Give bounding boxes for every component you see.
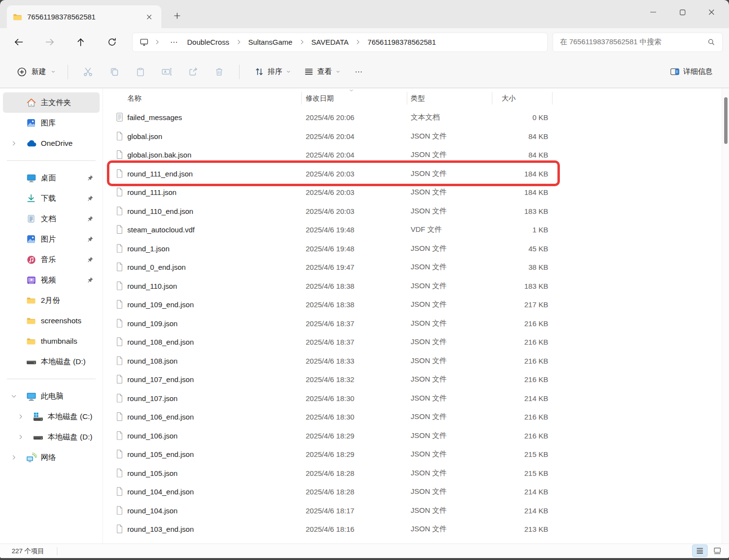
sidebar-item-desktop[interactable]: 桌面 — [3, 168, 100, 188]
column-header-modified[interactable]: 修改日期 — [306, 94, 334, 103]
column-header-row: 名称 修改日期 类型 大小 — [103, 88, 729, 108]
file-row[interactable]: round_107.json2025/4/6 18:30JSON 文件214 K… — [103, 389, 729, 408]
new-button[interactable]: 新建 — [12, 62, 61, 82]
sidebar-item-this-pc[interactable]: 此电脑 — [3, 386, 100, 406]
back-button[interactable] — [8, 33, 29, 52]
sidebar-item-onedrive[interactable]: OneDrive — [3, 133, 100, 154]
breadcrumb-item[interactable]: SAVEDATA — [309, 37, 352, 47]
file-row[interactable]: failed_messages2025/4/6 20:06文本文档0 KB — [103, 108, 729, 127]
file-row[interactable]: round_106.json2025/4/6 18:29JSON 文件216 K… — [103, 426, 729, 445]
view-button[interactable]: 查看 — [299, 62, 346, 81]
column-divider[interactable] — [301, 92, 302, 105]
column-divider[interactable] — [552, 92, 553, 105]
this-pc-icon[interactable] — [139, 37, 149, 47]
delete-button[interactable] — [206, 62, 232, 82]
file-type: JSON 文件 — [411, 262, 447, 272]
file-row[interactable]: round_111_end.json2025/4/6 20:03JSON 文件1… — [103, 164, 729, 183]
sidebar-item-pictures[interactable]: 图片 — [3, 229, 100, 249]
chevron-right-icon[interactable] — [17, 414, 24, 420]
search-icon[interactable] — [707, 38, 715, 46]
column-header-name[interactable]: 名称 — [127, 94, 141, 103]
new-tab-button[interactable] — [169, 8, 185, 23]
rename-button[interactable] — [154, 62, 180, 82]
chevron-right-icon[interactable] — [11, 455, 17, 461]
chevron-right-icon[interactable] — [17, 434, 24, 440]
file-row[interactable]: round_103.json2025/4/6 18:15JSON 文件213 K… — [103, 539, 729, 544]
column-header-type[interactable]: 类型 — [411, 94, 425, 103]
file-name: global.json — [127, 132, 162, 140]
breadcrumb-overflow[interactable] — [166, 38, 182, 47]
breadcrumb-item[interactable]: DoubleCross — [184, 37, 232, 47]
sidebar-item-gallery[interactable]: 图库 — [3, 113, 100, 133]
file-row[interactable]: round_1.json2025/4/6 19:48JSON 文件45 KB — [103, 239, 729, 258]
file-area: 名称 修改日期 类型 大小 failed_messages2025/4/6 20… — [103, 88, 729, 543]
thumbnail-view-button[interactable] — [710, 544, 725, 557]
videos-icon — [25, 275, 37, 285]
file-row[interactable]: round_105_end.json2025/4/6 18:29JSON 文件2… — [103, 445, 729, 464]
breadcrumb-item[interactable]: 76561198378562581 — [364, 37, 439, 47]
file-row[interactable]: round_0_end.json2025/4/6 19:47JSON 文件38 … — [103, 258, 729, 277]
file-row[interactable]: round_110.json2025/4/6 18:38JSON 文件183 K… — [103, 277, 729, 296]
file-modified-date: 2025/4/6 18:29 — [306, 450, 354, 458]
file-row[interactable]: round_104.json2025/4/6 18:17JSON 文件214 K… — [103, 501, 729, 520]
refresh-button[interactable] — [101, 33, 122, 52]
minimize-button[interactable] — [639, 0, 668, 24]
sidebar-item-thumbnails[interactable]: thumbnails — [3, 331, 100, 351]
file-size: 84 KB — [443, 132, 548, 140]
file-row[interactable]: global.json2025/4/6 20:04JSON 文件84 KB — [103, 127, 729, 146]
file-row[interactable]: round_103_end.json2025/4/6 18:16JSON 文件2… — [103, 520, 729, 539]
details-pane-button[interactable]: 详细信息 — [665, 62, 717, 81]
file-type: JSON 文件 — [411, 431, 447, 440]
sidebar-item-network[interactable]: 网络 — [3, 447, 100, 468]
sidebar-item-local-disk-d[interactable]: 本地磁盘 (D:) — [3, 351, 100, 372]
file-row[interactable]: round_109_end.json2025/4/6 18:38JSON 文件2… — [103, 295, 729, 314]
file-row[interactable]: round_109.json2025/4/6 18:37JSON 文件216 K… — [103, 314, 729, 333]
sidebar-item-folder-feb[interactable]: 2月份 — [3, 290, 100, 311]
scrollbar-track[interactable] — [722, 88, 729, 543]
file-row[interactable]: round_108.json2025/4/6 18:33JSON 文件216 K… — [103, 351, 729, 370]
sidebar-item-disk-c[interactable]: 本地磁盘 (C:) — [3, 406, 100, 427]
chevron-down-icon — [335, 69, 341, 74]
file-row[interactable]: round_104_end.json2025/4/6 18:28JSON 文件2… — [103, 482, 729, 501]
file-row[interactable]: round_110_end.json2025/4/6 20:03JSON 文件1… — [103, 202, 729, 221]
file-row[interactable]: round_108_end.json2025/4/6 18:37JSON 文件2… — [103, 332, 729, 351]
column-divider[interactable] — [407, 92, 407, 105]
sort-button[interactable]: 排序 — [249, 62, 296, 81]
share-button[interactable] — [180, 62, 206, 82]
close-button[interactable] — [697, 0, 726, 24]
file-size: 1 KB — [443, 226, 548, 234]
file-row[interactable]: steam_autocloud.vdf2025/4/6 19:48VDF 文件1… — [103, 220, 729, 239]
column-header-size[interactable]: 大小 — [502, 94, 516, 103]
sidebar-item-home[interactable]: 主文件夹 — [3, 92, 100, 113]
address-bar[interactable]: DoubleCrossSultansGameSAVEDATA7656119837… — [132, 33, 548, 52]
chevron-right-icon[interactable] — [11, 140, 17, 147]
search-box[interactable]: 在 76561198378562581 中搜索 — [553, 33, 723, 52]
file-type: JSON 文件 — [411, 206, 447, 215]
sidebar-item-downloads[interactable]: 下载 — [3, 188, 100, 209]
file-row[interactable]: round_111.json2025/4/6 20:03JSON 文件184 K… — [103, 183, 729, 202]
sidebar-item-screenshots[interactable]: screenshots — [3, 311, 100, 331]
column-divider[interactable] — [492, 92, 492, 105]
up-button[interactable] — [70, 33, 91, 52]
sidebar-item-music[interactable]: 音乐 — [3, 249, 100, 270]
more-options-button[interactable] — [346, 62, 372, 82]
sidebar-item-disk-d[interactable]: 本地磁盘 (D:) — [3, 427, 100, 447]
details-view-button[interactable] — [692, 544, 708, 557]
copy-button[interactable] — [101, 62, 127, 82]
paste-button[interactable] — [127, 62, 154, 82]
file-icon — [116, 375, 123, 384]
forward-button[interactable] — [39, 33, 60, 52]
sidebar-item-videos[interactable]: 视频 — [3, 270, 100, 290]
maximize-button[interactable] — [668, 0, 697, 24]
file-row[interactable]: round_107_end.json2025/4/6 18:32JSON 文件2… — [103, 370, 729, 389]
sidebar-item-documents[interactable]: 文档 — [3, 209, 100, 229]
scrollbar-thumb[interactable] — [724, 97, 728, 144]
breadcrumb-item[interactable]: SultansGame — [245, 37, 295, 47]
file-row[interactable]: round_106_end.json2025/4/6 18:30JSON 文件2… — [103, 407, 729, 426]
file-row[interactable]: round_105.json2025/4/6 18:28JSON 文件215 K… — [103, 464, 729, 483]
cut-button[interactable] — [75, 62, 101, 82]
tab-close-icon[interactable] — [143, 11, 156, 23]
chevron-down-icon[interactable] — [11, 393, 17, 400]
file-row[interactable]: global.json.bak.json2025/4/6 20:04JSON 文… — [103, 145, 729, 164]
explorer-tab[interactable]: 76561198378562581 — [7, 5, 161, 28]
